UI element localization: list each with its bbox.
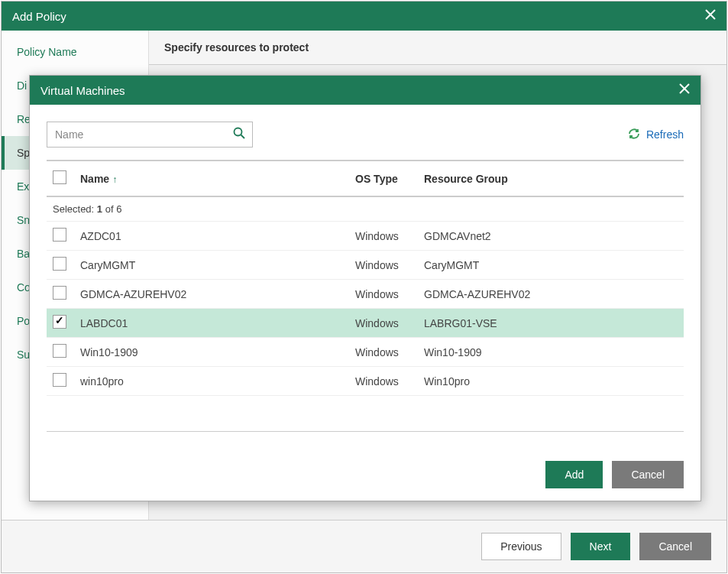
cancel-button[interactable]: Cancel: [612, 461, 684, 488]
table-body: Selected: 1 of 6 AZDC01WindowsGDMCAVnet2…: [47, 196, 684, 396]
add-policy-dialog: Add Policy Policy NameDiReSpExSnBaCoPoSu…: [1, 1, 727, 573]
column-os[interactable]: OS Type: [349, 161, 418, 196]
search-input[interactable]: [47, 122, 253, 148]
search-wrap: [47, 122, 253, 148]
cell-rg: LABRG01-VSE: [418, 309, 684, 338]
cell-os: Windows: [349, 222, 418, 251]
cell-os: Windows: [349, 367, 418, 396]
modal-body: Refresh Name↑ OS Type Resource Group: [30, 105, 700, 449]
sidebar-item-0[interactable]: Policy Name: [2, 35, 148, 69]
svg-line-1: [241, 135, 245, 139]
table-row[interactable]: CaryMGMTWindowsCaryMGMT: [47, 251, 684, 280]
cell-rg: Win10-1909: [418, 338, 684, 367]
outer-header: Add Policy: [2, 2, 726, 31]
cell-name: LABDC01: [74, 309, 349, 338]
cell-name: GDMCA-AZUREHV02: [74, 280, 349, 309]
cell-rg: CaryMGMT: [418, 251, 684, 280]
cell-os: Windows: [349, 338, 418, 367]
cell-name: CaryMGMT: [74, 251, 349, 280]
modal-toolbar: Refresh: [47, 122, 684, 148]
modal-header: Virtual Machines: [30, 76, 700, 105]
cell-os: Windows: [349, 309, 418, 338]
table-row[interactable]: AZDC01WindowsGDMCAVnet2: [47, 222, 684, 251]
add-button[interactable]: Add: [545, 461, 603, 488]
outer-footer: Previous Next Cancel: [2, 520, 726, 572]
table-row[interactable]: GDMCA-AZUREHV02WindowsGDMCA-AZUREHV02: [47, 280, 684, 309]
row-checkbox[interactable]: [53, 344, 66, 358]
row-checkbox[interactable]: [53, 373, 66, 387]
row-checkbox[interactable]: [53, 228, 66, 242]
refresh-icon: [628, 128, 640, 142]
modal-title: Virtual Machines: [40, 84, 125, 97]
column-rg[interactable]: Resource Group: [418, 161, 684, 196]
cell-name: win10pro: [74, 367, 349, 396]
cancel-button[interactable]: Cancel: [639, 533, 711, 560]
svg-point-0: [235, 128, 242, 136]
next-button[interactable]: Next: [571, 533, 631, 560]
row-checkbox[interactable]: [53, 286, 66, 300]
table-wrap: Name↑ OS Type Resource Group Selected: 1…: [47, 160, 684, 432]
close-icon[interactable]: [705, 8, 716, 24]
modal-footer: Add Cancel: [30, 449, 700, 501]
cell-rg: GDMCAVnet2: [418, 222, 684, 251]
cell-name: AZDC01: [74, 222, 349, 251]
table-row[interactable]: win10proWindowsWin10pro: [47, 367, 684, 396]
sort-asc-icon: ↑: [112, 174, 117, 185]
cell-rg: GDMCA-AZUREHV02: [418, 280, 684, 309]
select-all-checkbox[interactable]: [53, 170, 66, 184]
main-header: Specify resources to protect: [149, 31, 726, 65]
close-icon[interactable]: [679, 83, 690, 98]
column-name[interactable]: Name↑: [74, 161, 349, 196]
table-head: Name↑ OS Type Resource Group: [47, 161, 684, 196]
refresh-button[interactable]: Refresh: [628, 128, 684, 142]
previous-button[interactable]: Previous: [481, 533, 561, 560]
table-row[interactable]: LABDC01WindowsLABRG01-VSE: [47, 309, 684, 338]
selected-info: Selected: 1 of 6: [47, 196, 684, 222]
table-row[interactable]: Win10-1909WindowsWin10-1909: [47, 338, 684, 367]
cell-rg: Win10pro: [418, 367, 684, 396]
row-checkbox[interactable]: [53, 315, 66, 329]
cell-os: Windows: [349, 280, 418, 309]
outer-title: Add Policy: [12, 10, 66, 23]
selected-info-row: Selected: 1 of 6: [47, 196, 684, 222]
cell-os: Windows: [349, 251, 418, 280]
vm-table: Name↑ OS Type Resource Group Selected: 1…: [47, 161, 684, 396]
virtual-machines-modal: Virtual Machines Refresh: [29, 75, 701, 501]
search-icon[interactable]: [233, 127, 245, 142]
row-checkbox[interactable]: [53, 257, 66, 271]
refresh-label: Refresh: [646, 128, 684, 141]
cell-name: Win10-1909: [74, 338, 349, 367]
